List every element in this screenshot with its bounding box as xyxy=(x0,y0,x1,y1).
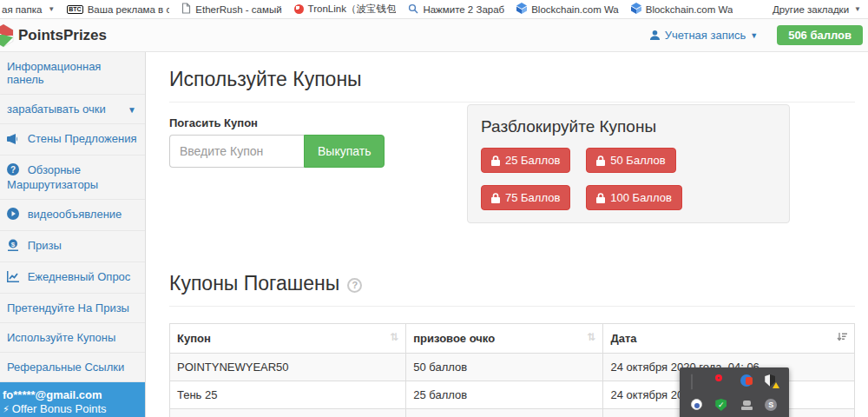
unlock-100-points-button[interactable]: 100 Баллов xyxy=(586,185,682,210)
bookmark-label: Blockchain.com Wa xyxy=(646,4,733,15)
page-title: Используйте Купоны xyxy=(169,68,855,91)
sidebar-item-label: Информационная панель xyxy=(7,60,101,86)
unlock-50-points-button[interactable]: 50 Баллов xyxy=(586,148,675,173)
unlock-button-label: 50 Баллов xyxy=(610,154,665,167)
page-icon xyxy=(181,3,191,16)
points-balance-badge[interactable]: 506 баллов xyxy=(777,25,863,45)
bookmark-item[interactable]: Blockchain.com Wa xyxy=(516,3,619,16)
cell-points: 50 баллов xyxy=(406,354,603,381)
sidebar-item-label: Призы xyxy=(28,239,62,252)
unlock-25-points-button[interactable]: 25 Баллов xyxy=(481,148,570,173)
notification-offer-bonus[interactable]: fo*****@gmail.com ⚡Offer Bonus Points xyxy=(0,382,145,417)
lock-icon xyxy=(491,156,500,166)
sidebar-item-use-coupons[interactable]: Используйте Купоны xyxy=(0,323,145,353)
sidebar-item-label: зарабатывать очки xyxy=(7,103,106,116)
cell-coupon: POINTYNEWYEAR50 xyxy=(170,354,406,381)
sort-icon[interactable]: ⇅ xyxy=(587,332,595,343)
sort-desc-icon[interactable] xyxy=(837,332,847,345)
sidebar-item-daily-poll[interactable]: Ежедневный Опрос xyxy=(0,262,145,294)
bookmark-item[interactable]: EtherRush - самый xyxy=(181,3,281,16)
sidebar-item-earn-points[interactable]: зарабатывать очки ▼ xyxy=(0,95,145,124)
site-header: PointsPrizes Учетная запись ▼ 506 баллов xyxy=(0,19,868,52)
chevron-down-icon: ▼ xyxy=(854,5,861,13)
stamp-icon[interactable] xyxy=(740,399,753,412)
sidebar-item-label: видеообъявление xyxy=(28,208,122,221)
unlock-coupons-title: Разблокируйте Купоны xyxy=(481,117,776,136)
sidebar-item-referral-links[interactable]: Реферальные Ссылки xyxy=(0,353,145,382)
sidebar-item-offer-walls[interactable]: Стены Предложения xyxy=(0,124,145,156)
sidebar-item-claim-prizes[interactable]: Претендуйте На Призы xyxy=(0,294,145,323)
sidebar-item-dashboard[interactable]: Информационная панель xyxy=(0,52,145,95)
bookmark-item[interactable]: Blockchain.com Wa xyxy=(631,3,733,16)
pointsprizes-logo-icon xyxy=(0,23,15,48)
help-icon[interactable]: ? xyxy=(347,278,362,293)
bookmark-label: Нажмите 2 Зараб xyxy=(423,4,504,15)
opera-icon[interactable] xyxy=(715,374,728,387)
unlock-75-points-button[interactable]: 75 Баллов xyxy=(481,185,570,210)
window-icon[interactable] xyxy=(691,374,704,387)
sort-icon[interactable]: ⇅ xyxy=(390,332,398,343)
app-red-blue-icon[interactable] xyxy=(740,374,753,387)
unlock-button-label: 75 Баллов xyxy=(505,191,560,204)
redeem-button[interactable]: Выкупать xyxy=(304,135,385,168)
sidebar-item-label: Стены Предложения xyxy=(28,132,137,145)
system-tray-popup: ✓ S xyxy=(680,367,789,417)
question-circle-icon: ? xyxy=(7,165,23,178)
column-header-coupon[interactable]: Купон ⇅ xyxy=(170,324,406,354)
bookmark-label: ая папка xyxy=(2,4,42,15)
search-icon xyxy=(408,3,418,16)
sidebar-item-label: Реферальные Ссылки xyxy=(7,361,124,374)
bookmark-item[interactable]: TronLink（波宝钱包 xyxy=(294,3,397,16)
cell-points: 50 баллов xyxy=(406,409,603,417)
sidebar: Информационная панель зарабатывать очки … xyxy=(0,52,146,417)
chart-line-icon xyxy=(7,272,23,285)
bookmark-label: Blockchain.com Wa xyxy=(531,4,619,15)
lightning-icon: ⚡ xyxy=(3,404,10,414)
brand-logo[interactable]: PointsPrizes xyxy=(0,23,107,48)
unlock-button-label: 25 Баллов xyxy=(505,154,560,167)
redeem-form: Выкупать xyxy=(169,135,380,168)
notification-email: fo*****@gmail.com xyxy=(3,388,138,402)
chevron-down-icon: ▼ xyxy=(128,103,136,116)
lock-icon xyxy=(596,193,605,203)
chevron-down-icon: ▼ xyxy=(48,5,55,13)
redeemed-coupons-title: Купоны Погашены xyxy=(169,272,339,295)
coupon-input[interactable] xyxy=(169,135,304,168)
s-badge-icon[interactable]: S xyxy=(765,399,778,412)
other-bookmarks-label: Другие закладки xyxy=(773,4,849,15)
cell-coupon: Тень 25 xyxy=(170,381,406,409)
blockchain-icon xyxy=(631,3,641,16)
sidebar-item-label: Используйте Купоны xyxy=(7,331,115,344)
sidebar-item-label: Претендуйте На Призы xyxy=(7,301,129,314)
money-icon: $ xyxy=(7,241,23,254)
divider xyxy=(169,306,855,307)
lock-icon xyxy=(491,193,500,203)
account-menu[interactable]: Учетная запись ▼ xyxy=(649,29,759,42)
megaphone-icon xyxy=(7,134,23,147)
cell-points: 25 баллов xyxy=(406,381,603,409)
sidebar-item-prizes[interactable]: $ Призы xyxy=(0,231,145,262)
bookmark-item[interactable]: BTC Ваша реклама в с xyxy=(67,4,169,15)
lock-icon xyxy=(596,156,605,166)
divider xyxy=(169,102,855,103)
column-header-points[interactable]: призовое очко ⇅ xyxy=(406,324,603,354)
bookmark-folder[interactable]: ая папка ▼ xyxy=(2,4,55,15)
bookmark-label: TronLink（波宝钱包 xyxy=(308,3,397,16)
media-player-icon[interactable] xyxy=(691,399,704,412)
other-bookmarks[interactable]: Другие закладки ▼ xyxy=(773,4,861,15)
sidebar-item-survey-routers[interactable]: ? Обзорные Маршрутизаторы xyxy=(0,156,145,200)
column-header-date[interactable]: Дата xyxy=(603,324,855,354)
account-label: Учетная запись xyxy=(665,29,746,42)
svg-text:$: $ xyxy=(11,241,16,248)
bookmark-label: EtherRush - самый xyxy=(195,4,281,15)
sidebar-item-video-ads[interactable]: видеообъявление xyxy=(0,200,145,231)
bookmarks-bar: ая папка ▼ BTC Ваша реклама в с EtherRus… xyxy=(0,0,868,19)
chevron-down-icon: ▼ xyxy=(750,31,758,40)
brand-name: PointsPrizes xyxy=(18,27,107,44)
cell-coupon: Бесстрашный 50 xyxy=(170,409,406,417)
notification-message: Offer Bonus Points xyxy=(12,402,107,415)
shield-check-icon[interactable]: ✓ xyxy=(715,399,728,412)
bookmark-item[interactable]: Нажмите 2 Зараб xyxy=(408,3,504,16)
shield-warning-icon[interactable] xyxy=(765,374,778,387)
tronlink-icon xyxy=(294,4,304,14)
